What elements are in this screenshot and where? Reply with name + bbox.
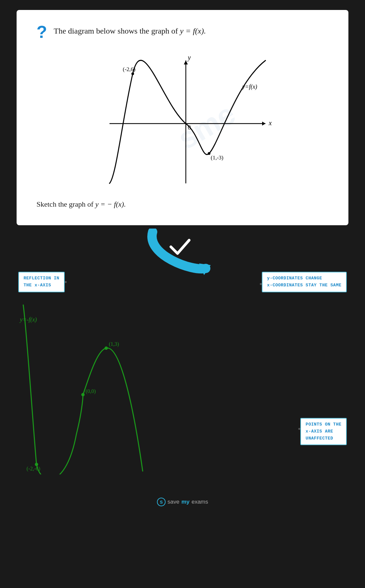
svg-text:sme: sme [173,97,241,156]
original-graph-svg: sme x y 0 y=f(x) (-2,6) (1,-3) [90,50,275,190]
svg-marker-3 [262,122,265,126]
reflected-graph-svg: y=-f(x) (1,3) (0,0) (-2,-6) [17,302,189,474]
brand-icon: S [157,498,166,506]
original-graph-container: sme x y 0 y=f(x) (-2,6) (1,-3) [36,50,328,190]
svg-text:S: S [160,500,163,505]
question-text: The diagram below shows the graph of y =… [54,23,206,36]
sketch-function: y = − f(x). [95,200,126,208]
svg-text:(1,3): (1,3) [109,341,119,347]
svg-text:(-2,6): (-2,6) [123,66,135,72]
footer-brand: S save my exams [157,498,208,506]
unaffected-text: POINTS ON THEx-AXIS AREUNAFFECTED [306,422,341,441]
svg-text:y=-f(x): y=-f(x) [19,316,37,323]
unaffected-annotation: POINTS ON THEx-AXIS AREUNAFFECTED [300,418,347,445]
svg-text:y=f(x): y=f(x) [242,83,257,90]
footer: S save my exams [0,491,365,513]
svg-point-11 [208,152,210,155]
svg-point-15 [105,346,108,350]
question-icon: ? [36,23,47,41]
question-card: ? The diagram below shows the graph of y… [17,10,348,225]
footer-save-text: save [168,499,180,505]
svg-text:x: x [268,119,272,127]
sketch-prompt: Sketch the graph of [36,200,95,208]
svg-text:y: y [187,54,191,61]
blue-arrow-svg [119,229,246,275]
svg-marker-4 [184,60,188,64]
svg-text:(1,-3): (1,-3) [211,154,223,161]
reflection-text: REFLECTION INTHE x-AXIS [24,276,59,288]
coordinates-annotation: y-COORDINATES CHANGEx-COORDINATES STAY T… [262,272,347,292]
svg-text:(-2,-6): (-2,-6) [27,466,40,472]
footer-my-text: my [182,499,190,505]
bottom-section: REFLECTION INTHE x-AXIS y-COORDINATES CH… [0,229,365,478]
question-prefix: The diagram below shows the graph of [54,27,180,35]
footer-exams-text: exams [191,499,208,505]
reflected-graph-container: y=-f(x) (1,3) (0,0) (-2,-6) [17,302,189,476]
svg-text:(0,0): (0,0) [86,388,96,394]
question-function: y = f(x). [180,27,206,35]
coordinates-text: y-COORDINATES CHANGEx-COORDINATES STAY T… [267,276,341,288]
arrow-section [0,229,365,272]
svg-point-9 [131,72,134,75]
svg-point-17 [81,393,85,396]
reflection-annotation: REFLECTION INTHE x-AXIS [18,272,65,292]
question-header: ? The diagram below shows the graph of y… [36,23,328,41]
sketch-text: Sketch the graph of y = − f(x). [36,200,328,209]
